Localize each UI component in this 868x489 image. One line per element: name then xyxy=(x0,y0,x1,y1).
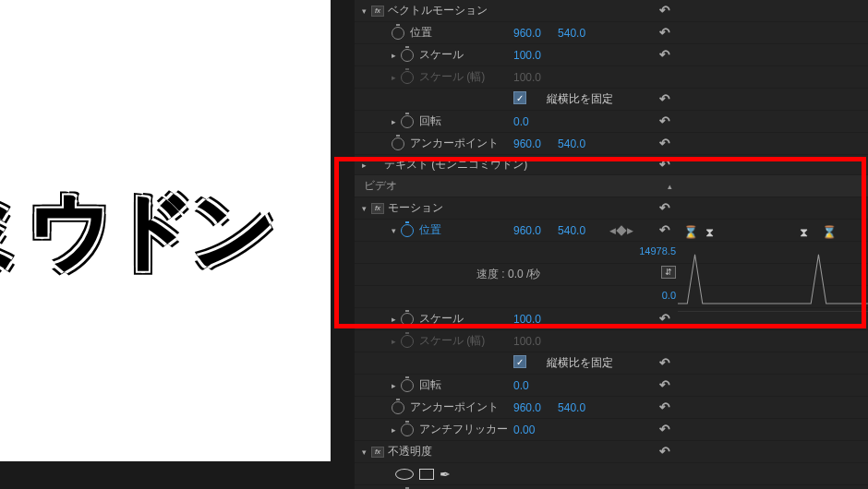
chevron-right-icon[interactable] xyxy=(392,73,401,82)
value[interactable]: 0.00 xyxy=(513,423,535,436)
prop-label: 回転 xyxy=(419,113,441,129)
keyframe-track: ⌛ ⧗ ⧗ ⌛ xyxy=(678,220,868,245)
prop-label: スケール (幅) xyxy=(419,69,485,85)
chevron-down-icon[interactable] xyxy=(362,447,371,457)
reset-icon[interactable] xyxy=(656,377,674,394)
stopwatch-icon[interactable] xyxy=(401,224,414,237)
stopwatch-icon[interactable] xyxy=(401,313,414,326)
prop-antiflicker: アンチフリッカー 0.00 xyxy=(355,419,868,441)
fx-icon[interactable]: fx xyxy=(371,203,384,214)
chevron-down-icon[interactable] xyxy=(392,226,401,235)
prop-lock-aspect: ✓ 縦横比を固定 xyxy=(355,89,868,111)
rect-mask-icon[interactable] xyxy=(419,469,434,480)
stopwatch-icon[interactable] xyxy=(392,401,404,414)
value-y[interactable]: 540.0 xyxy=(558,137,585,150)
chevron-down-icon[interactable] xyxy=(362,6,371,16)
keyframe-hold-icon[interactable]: ⧗ xyxy=(705,225,718,240)
pen-mask-icon[interactable]: ✒ xyxy=(440,467,451,482)
chevron-right-icon[interactable] xyxy=(392,425,401,435)
add-keyframe-icon[interactable] xyxy=(616,225,626,235)
reset-icon[interactable] xyxy=(656,91,674,108)
stopwatch-icon[interactable] xyxy=(401,49,414,62)
chevron-right-icon[interactable] xyxy=(392,117,401,126)
group-text[interactable]: テキスト (モンニコミウドン) xyxy=(355,155,868,175)
value-x[interactable]: 960.0 xyxy=(513,137,541,150)
chevron-right-icon[interactable] xyxy=(362,161,371,170)
fx-icon[interactable]: fx xyxy=(371,447,384,458)
chevron-right-icon[interactable] xyxy=(392,381,401,390)
value-y[interactable]: 540.0 xyxy=(558,401,585,414)
prop-motion-lock-aspect: ✓ 縦横比を固定 xyxy=(355,352,868,375)
prop-label: 回転 xyxy=(419,377,441,393)
keyframe-ease-icon[interactable]: ⌛ xyxy=(822,225,835,239)
reset-icon[interactable] xyxy=(656,400,674,416)
reset-icon[interactable] xyxy=(656,25,674,42)
velocity-min: 0.0 xyxy=(662,290,676,301)
stopwatch-icon xyxy=(401,71,414,84)
prop-rotation: 回転 0.0 xyxy=(355,111,868,133)
checkbox-label: 縦横比を固定 xyxy=(547,355,613,371)
stopwatch-icon[interactable] xyxy=(401,379,414,392)
reset-icon[interactable] xyxy=(656,113,674,130)
value[interactable]: 0.0 xyxy=(513,115,529,128)
velocity-max: 14978.5 xyxy=(639,245,676,256)
checkbox-lock-aspect[interactable]: ✓ xyxy=(513,355,526,368)
value[interactable]: 100.0 xyxy=(513,49,541,62)
prop-scale-width: スケール (幅) 100.0 xyxy=(355,66,868,89)
group-opacity[interactable]: fx 不透明度 xyxy=(355,441,868,463)
group-motion[interactable]: fx モーション xyxy=(355,197,868,220)
velocity-graph xyxy=(678,245,868,312)
fx-icon[interactable]: fx xyxy=(371,6,384,17)
prop-motion-anchor: アンカーポイント 960.0 540.0 xyxy=(355,397,868,419)
reset-icon[interactable] xyxy=(656,47,674,64)
triangle-up-icon[interactable]: ▴ xyxy=(668,182,672,191)
preview-text: ミウドン xyxy=(0,174,272,287)
section-video[interactable]: ビデオ ▴ xyxy=(355,175,868,197)
reset-icon[interactable] xyxy=(656,422,674,438)
group-title: テキスト (モンニコミウドン) xyxy=(384,157,527,173)
group-title: 不透明度 xyxy=(388,444,432,459)
value-x[interactable]: 960.0 xyxy=(513,401,541,414)
prop-opacity: 不透明度 100.0 % xyxy=(355,485,868,489)
program-monitor: ミウドン xyxy=(0,0,331,461)
section-label: ビデオ xyxy=(364,178,397,194)
keyframe-hold-icon[interactable]: ⧗ xyxy=(800,225,813,240)
checkbox-lock-aspect[interactable]: ✓ xyxy=(513,91,526,104)
value-y[interactable]: 540.0 xyxy=(558,27,585,40)
reset-icon[interactable] xyxy=(656,136,674,152)
prop-label: 位置 xyxy=(410,25,432,41)
effect-controls-panel: fx ベクトルモーション 位置 960.0 540.0 スケール 100.0 ス… xyxy=(355,0,868,489)
group-vector-motion[interactable]: fx ベクトルモーション xyxy=(355,0,868,22)
value: 100.0 xyxy=(513,335,541,348)
value[interactable]: 0.0 xyxy=(513,379,529,392)
chevron-right-icon[interactable] xyxy=(392,51,401,60)
stopwatch-icon[interactable] xyxy=(401,115,414,128)
stopwatch-icon[interactable] xyxy=(392,27,404,40)
reset-icon[interactable] xyxy=(656,311,674,328)
reset-icon[interactable] xyxy=(656,157,674,173)
value-x[interactable]: 960.0 xyxy=(513,224,541,237)
chevron-down-icon[interactable] xyxy=(362,204,371,213)
ellipse-mask-icon[interactable] xyxy=(395,469,414,480)
stopwatch-icon[interactable] xyxy=(401,423,414,436)
reset-icon[interactable] xyxy=(656,200,674,217)
reset-icon[interactable] xyxy=(656,355,674,372)
next-keyframe-icon[interactable]: ▶ xyxy=(627,226,633,235)
reset-icon[interactable] xyxy=(656,3,674,19)
reset-icon[interactable] xyxy=(656,222,674,239)
chevron-right-icon[interactable] xyxy=(392,315,401,324)
keyframe-ease-icon[interactable]: ⌛ xyxy=(683,225,696,239)
checkbox-label: 縦横比を固定 xyxy=(547,91,613,107)
reset-icon[interactable] xyxy=(656,444,674,460)
velocity-label: 速度 : xyxy=(476,268,505,280)
value-y[interactable]: 540.0 xyxy=(558,224,585,237)
stopwatch-icon[interactable] xyxy=(392,137,404,150)
value: 100.0 xyxy=(513,71,541,84)
value-x[interactable]: 960.0 xyxy=(513,27,541,40)
value[interactable]: 100.0 xyxy=(513,313,541,326)
chevron-right-icon[interactable] xyxy=(392,337,401,346)
keyframe-navigator[interactable]: ◀ ▶ xyxy=(609,224,633,237)
velocity-toggle-button[interactable]: ⇵ xyxy=(661,266,676,279)
mask-tools: ✒ xyxy=(355,463,868,485)
prop-motion-scale-w: スケール (幅) 100.0 xyxy=(355,330,868,352)
